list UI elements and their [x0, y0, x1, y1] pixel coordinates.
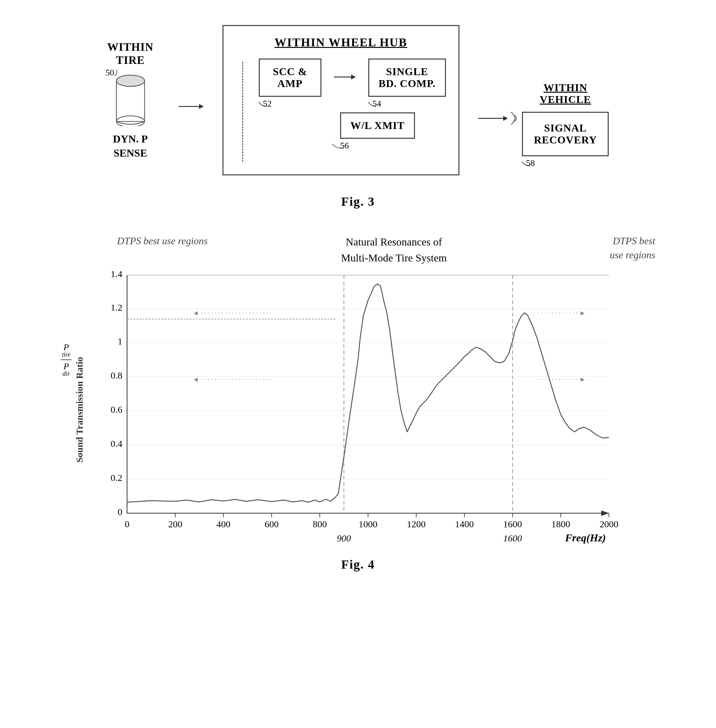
scc-amp-block: SCC &AMP: [259, 59, 322, 97]
svg-text:1.2: 1.2: [111, 302, 123, 313]
svg-marker-8: [351, 74, 356, 79]
svg-text:1: 1: [118, 336, 122, 346]
fig4-header-right-line2: use regions: [610, 249, 655, 260]
fig4-header: DTPS best use regions Natural Resonances…: [61, 234, 655, 266]
wheel-hub-title: WITHIN WHEEL HUB: [236, 35, 446, 49]
svg-text:800: 800: [313, 519, 327, 529]
tire-label-line1: DYN. P: [113, 133, 148, 145]
fig3-container: WITHIN TIRE 50: [38, 25, 678, 209]
svg-text:· · · · · · · · · · · · ►: · · · · · · · · · · · · ►: [538, 375, 586, 383]
svg-text:2000: 2000: [599, 519, 618, 529]
svg-text:50: 50: [105, 68, 114, 78]
wheel-hub-box: WITHIN WHEEL HUB SCC &AMP: [223, 25, 460, 175]
scc-amp-label: SCC &AMP: [273, 66, 307, 89]
vehicle-title-line2: VEHICLE: [540, 94, 591, 105]
signal-recovery-block: SIGNAL RECOVERY: [522, 112, 609, 156]
arrow-tire-to-hub: [179, 102, 204, 111]
svg-text:56: 56: [340, 141, 349, 150]
y-fraction-bottom-sub: dir: [62, 370, 70, 377]
svg-text:0.2: 0.2: [111, 473, 123, 483]
tire-section: WITHIN TIRE 50: [107, 40, 154, 160]
svg-text:1.4: 1.4: [111, 269, 123, 279]
ref-50: 50: [105, 67, 120, 80]
wl-xmit-label: W/L XMIT: [350, 120, 405, 131]
svg-point-2: [117, 75, 144, 87]
svg-text:1000: 1000: [359, 519, 378, 529]
fig4-caption: Fig. 4: [341, 557, 375, 572]
ref-56: 56: [331, 138, 353, 152]
tire-label-line2: SENSE: [114, 147, 147, 159]
ref-52: 52: [257, 96, 273, 110]
svg-text:0: 0: [118, 507, 122, 517]
svg-text:52: 52: [263, 99, 272, 108]
svg-text:0.6: 0.6: [111, 404, 123, 415]
fig4-container: DTPS best use regions Natural Resonances…: [38, 234, 678, 572]
fig3-caption: Fig. 3: [341, 194, 375, 209]
svg-text:· · · · · · · · · · · · ►: · · · · · · · · · · · · ►: [538, 309, 586, 317]
svg-text:0.8: 0.8: [111, 370, 123, 380]
chart-svg: 0 0.2 0.4 0.6 0.8 1 1.2 1.4 0 200 400 60: [90, 269, 622, 551]
svg-text:0: 0: [125, 519, 130, 529]
svg-text:◄ · · · · · · · · · · · · · · : ◄ · · · · · · · · · · · · · · · · · · · …: [193, 375, 272, 383]
fig4-header-center-line2: Multi-Mode Tire System: [341, 252, 447, 264]
page: WITHIN TIRE 50: [0, 0, 716, 728]
chart-svg-wrapper: 0 0.2 0.4 0.6 0.8 1 1.2 1.4 0 200 400 60: [90, 269, 655, 551]
svg-text:900: 900: [337, 533, 351, 543]
svg-rect-1: [117, 81, 144, 122]
wl-xmit-block: W/L XMIT: [340, 112, 415, 139]
ref-54: 54: [367, 96, 382, 110]
wireless-arrow: [478, 106, 522, 132]
svg-text:1600: 1600: [503, 519, 522, 529]
svg-text:1200: 1200: [407, 519, 426, 529]
vehicle-title-line1: WITHIN: [543, 82, 587, 93]
fig4-header-right-line1: DTPS best: [613, 235, 655, 246]
single-bd-label: SINGLEBD. COMP.: [379, 66, 435, 89]
tire-title-line2: TIRE: [116, 54, 145, 66]
y-axis-area: P tire P dir Sound Transmission Ratio: [61, 269, 88, 551]
svg-text:54: 54: [372, 99, 381, 108]
signal-recovery-section: WITHIN VEHICLE SIGNAL RECOVERY 58: [522, 82, 609, 156]
signal-recovery-label-line1: SIGNAL: [544, 122, 587, 134]
arrow-scc-to-single: [334, 73, 356, 83]
ref-58: 58: [520, 155, 536, 169]
svg-text:1400: 1400: [455, 519, 474, 529]
svg-text:0.4: 0.4: [111, 438, 123, 449]
fig4-header-left: DTPS best use regions: [117, 234, 208, 248]
hub-divider: [242, 62, 243, 162]
y-fraction-top-sub: tire: [62, 351, 70, 358]
tire-title-line1: WITHIN: [107, 41, 154, 53]
signal-recovery-label-line2: RECOVERY: [534, 134, 597, 146]
svg-text:200: 200: [168, 519, 182, 529]
single-bd-block: SINGLEBD. COMP.: [368, 59, 446, 97]
chart-area: P tire P dir Sound Transmission Ratio: [61, 269, 655, 551]
fig4-header-center-line1: Natural Resonances of: [346, 236, 442, 248]
svg-text:400: 400: [217, 519, 231, 529]
svg-text:◄ · · · · · · · · · · · · · · : ◄ · · · · · · · · · · · · · · · · · · · …: [193, 309, 272, 317]
svg-marker-12: [503, 116, 508, 121]
svg-text:1800: 1800: [551, 519, 570, 529]
y-axis-title: Sound Transmission Ratio: [74, 357, 85, 462]
fig4-header-right: DTPS best use regions: [580, 234, 655, 262]
svg-text:600: 600: [265, 519, 279, 529]
fig4-header-center: Natural Resonances of Multi-Mode Tire Sy…: [220, 234, 568, 266]
svg-text:Freq(Hz): Freq(Hz): [565, 532, 606, 544]
svg-text:1600: 1600: [503, 533, 522, 543]
fig3-diagram: WITHIN TIRE 50: [107, 25, 609, 175]
fig4-wrapper: DTPS best use regions Natural Resonances…: [61, 234, 655, 572]
svg-marker-5: [199, 104, 204, 109]
svg-text:58: 58: [526, 158, 535, 167]
y-fraction: P tire P dir: [61, 342, 72, 377]
wireless-section: WITHIN VEHICLE SIGNAL RECOVERY 58: [478, 82, 609, 156]
